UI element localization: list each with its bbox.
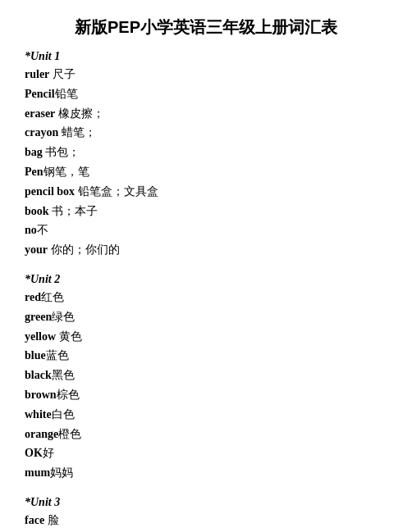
list-item: face 脸	[25, 511, 387, 530]
vocab-english: no	[25, 224, 37, 236]
vocab-chinese: 脸	[44, 514, 59, 526]
list-item: green绿色	[25, 307, 387, 327]
vocab-chinese: 绿色	[52, 311, 75, 323]
vocab-chinese: 橙色	[58, 428, 81, 440]
vocab-english: book	[25, 205, 49, 217]
vocab-english: brown	[25, 389, 57, 401]
list-item: your 你的；你们的	[25, 240, 387, 260]
list-item: ruler 尺子	[25, 65, 387, 84]
list-item: bag 书包；	[25, 143, 387, 162]
list-item: eraser 橡皮擦；	[25, 104, 387, 124]
unit-header-2: *Unit 2	[25, 273, 387, 286]
list-item: yellow 黄色	[25, 327, 387, 347]
vocab-chinese: 书包；	[43, 146, 80, 158]
vocab-chinese: 铅笔	[55, 88, 78, 100]
vocab-english: OK	[25, 447, 43, 459]
vocab-english: red	[25, 291, 41, 303]
vocab-chinese: 不	[37, 224, 48, 236]
vocab-english: crayon	[25, 126, 58, 139]
list-item: Pencil铅笔	[25, 84, 387, 104]
vocab-english: your	[25, 243, 48, 256]
list-item: brown棕色	[25, 385, 387, 405]
list-item: orange橙色	[25, 425, 387, 444]
list-item: red红色	[25, 288, 387, 307]
page-title: 新版PEP小学英语三年级上册词汇表	[25, 16, 387, 39]
vocab-chinese: 尺子	[49, 68, 76, 80]
vocab-chinese: 书；本子	[49, 205, 98, 217]
vocab-english: pencil box	[25, 185, 75, 198]
vocab-chinese: 妈妈	[50, 466, 73, 479]
vocab-chinese: 钢笔，笔	[43, 166, 89, 178]
vocabulary-list: *Unit 1ruler 尺子Pencil铅笔eraser 橡皮擦；crayon…	[25, 50, 387, 532]
vocab-chinese: 橡皮擦；	[55, 107, 104, 120]
vocab-chinese: 蓝色	[46, 349, 69, 361]
vocab-english: bag	[25, 146, 43, 158]
vocab-chinese: 黄色	[56, 330, 82, 343]
vocab-english: eraser	[25, 107, 55, 120]
vocab-english: yellow	[25, 330, 56, 343]
vocab-chinese: 白色	[52, 408, 75, 421]
vocab-chinese: 好	[43, 447, 54, 459]
vocab-english: green	[25, 311, 52, 323]
vocab-english: Pen	[25, 166, 43, 178]
vocab-english: mum	[25, 466, 50, 479]
vocab-chinese: 你的；你们的	[48, 243, 120, 256]
list-item: pencil box 铅笔盒；文具盒	[25, 182, 387, 202]
vocab-chinese: 蜡笔；	[58, 126, 96, 139]
vocab-english: black	[25, 369, 52, 381]
vocab-english: orange	[25, 428, 58, 440]
list-item: Pen钢笔，笔	[25, 162, 387, 182]
vocab-english: ruler	[25, 68, 49, 80]
vocab-chinese: 棕色	[57, 389, 80, 401]
vocab-english: white	[25, 408, 52, 421]
vocab-english: Pencil	[25, 88, 55, 100]
unit-header-3: *Unit 3	[25, 496, 387, 509]
list-item: mum妈妈	[25, 463, 387, 483]
vocab-chinese: 红色	[41, 291, 64, 303]
list-item: no不	[25, 221, 387, 240]
list-item: black黑色	[25, 366, 387, 385]
list-item: crayon 蜡笔；	[25, 123, 387, 143]
list-item: book 书；本子	[25, 202, 387, 221]
vocab-english: blue	[25, 349, 46, 361]
unit-header-1: *Unit 1	[25, 50, 387, 63]
vocab-english: face	[25, 514, 44, 526]
list-item: blue蓝色	[25, 346, 387, 366]
list-item: white白色	[25, 405, 387, 425]
list-item: OK好	[25, 443, 387, 463]
vocab-chinese: 铅笔盒；文具盒	[75, 185, 158, 198]
vocab-chinese: 黑色	[52, 369, 75, 381]
